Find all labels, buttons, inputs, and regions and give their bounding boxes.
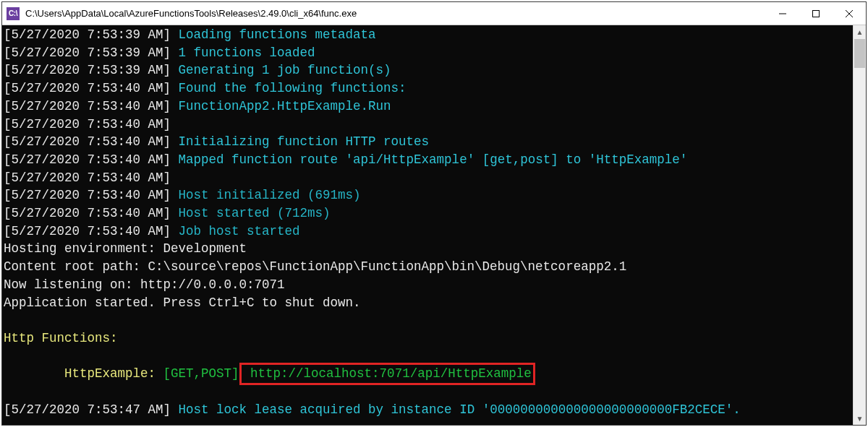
close-icon	[845, 9, 854, 18]
minimize-icon	[778, 9, 787, 18]
log-line: Content root path: C:\source\repos\Funct…	[4, 259, 626, 274]
scroll-up-arrow-icon[interactable]: ▲	[854, 25, 866, 38]
scroll-down-arrow-icon[interactable]: ▼	[854, 412, 866, 425]
http-functions-header: Http Functions:	[4, 331, 118, 345]
log-message: 1 functions loaded	[179, 46, 315, 60]
maximize-icon	[812, 9, 820, 18]
console-output[interactable]: [5/27/2020 7:53:39 AM] Loading functions…	[2, 25, 853, 425]
log-line: Now listening on: http://0.0.0.0:7071	[4, 277, 285, 292]
log-timestamp: [5/27/2020 7:53:40 AM]	[4, 188, 171, 202]
log-message: Host initialized (691ms)	[179, 188, 361, 202]
log-message: Host lock lease acquired by instance ID …	[179, 402, 741, 417]
log-message: Host started (712ms)	[179, 206, 331, 220]
function-methods: [GET,POST]	[163, 366, 239, 381]
log-timestamp: [5/27/2020 7:53:39 AM]	[4, 63, 171, 77]
log-line: Hosting environment: Development	[4, 241, 247, 256]
log-timestamp: [5/27/2020 7:53:40 AM]	[4, 134, 171, 149]
console-window: C:\ C:\Users\AppData\Local\AzureFunction…	[1, 1, 867, 426]
window-title: C:\Users\AppData\Local\AzureFunctionsToo…	[25, 8, 766, 19]
log-message: Generating 1 job function(s)	[179, 63, 391, 77]
log-timestamp: [5/27/2020 7:53:40 AM]	[4, 206, 171, 220]
highlighted-url-box: http://localhost:7071/api/HttpExample	[239, 363, 535, 385]
log-message: Initializing function HTTP routes	[179, 134, 430, 149]
close-button[interactable]	[833, 2, 866, 25]
log-message: Mapped function route 'api/HttpExample' …	[179, 152, 688, 167]
log-line: Application started. Press Ctrl+C to shu…	[4, 296, 361, 310]
sep	[243, 366, 251, 381]
log-timestamp: [5/27/2020 7:53:39 AM]	[4, 27, 171, 42]
vertical-scrollbar[interactable]: ▲ ▼	[853, 25, 866, 425]
titlebar[interactable]: C:\ C:\Users\AppData\Local\AzureFunction…	[2, 2, 866, 25]
log-timestamp: [5/27/2020 7:53:40 AM]	[4, 117, 171, 131]
window-controls	[766, 2, 866, 25]
function-name: HttpExample:	[64, 366, 163, 381]
scroll-thumb[interactable]	[854, 39, 865, 68]
log-timestamp: [5/27/2020 7:53:39 AM]	[4, 46, 171, 60]
log-timestamp: [5/27/2020 7:53:40 AM]	[4, 171, 171, 185]
log-timestamp: [5/27/2020 7:53:47 AM]	[4, 402, 171, 417]
log-timestamp: [5/27/2020 7:53:40 AM]	[4, 81, 171, 95]
client-area: [5/27/2020 7:53:39 AM] Loading functions…	[2, 25, 866, 425]
log-message: Job host started	[179, 224, 300, 238]
log-message: Loading functions metadata	[179, 27, 376, 42]
app-icon: C:\	[7, 7, 20, 20]
log-timestamp: [5/27/2020 7:53:40 AM]	[4, 99, 171, 113]
minimize-button[interactable]	[766, 2, 799, 25]
log-message: FunctionApp2.HttpExample.Run	[179, 99, 391, 113]
maximize-button[interactable]	[799, 2, 833, 25]
svg-rect-1	[813, 10, 820, 17]
log-message: Found the following functions:	[179, 81, 407, 95]
function-url: http://localhost:7071/api/HttpExample	[250, 366, 532, 381]
log-timestamp: [5/27/2020 7:53:40 AM]	[4, 152, 171, 167]
log-timestamp: [5/27/2020 7:53:40 AM]	[4, 224, 171, 238]
